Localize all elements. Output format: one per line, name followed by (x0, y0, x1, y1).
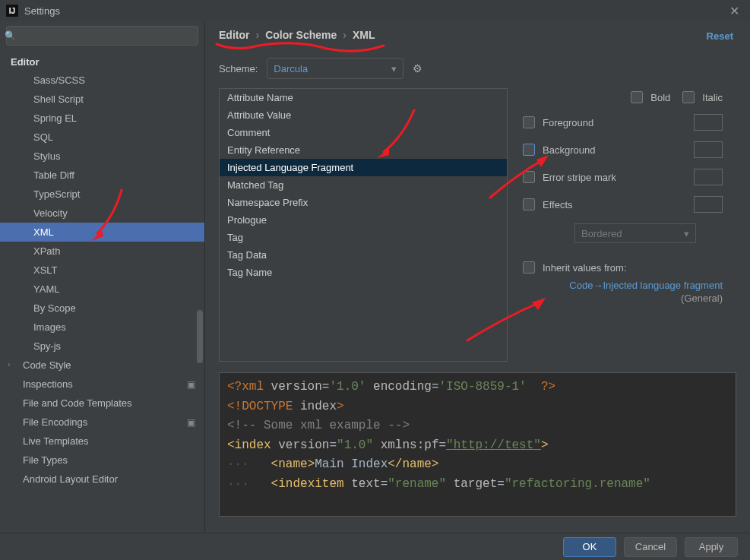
sidebar-item-label: Sass/SCSS (33, 74, 85, 86)
inherit-link[interactable]: Code→Injected language fragment (523, 280, 723, 291)
sidebar-item-label: Live Templates (23, 435, 88, 447)
settings-tree[interactable]: Editor Sass/SCSSShell ScriptSpring ELSQL… (0, 50, 204, 532)
background-swatch[interactable] (694, 141, 723, 158)
sidebar-item-file-encodings[interactable]: File Encodings▣ (0, 413, 204, 432)
sidebar-item-label: Stylus (33, 150, 60, 162)
sidebar-item-velocity[interactable]: Velocity (0, 204, 204, 223)
sidebar-item-typescript[interactable]: TypeScript (0, 185, 204, 204)
foreground-swatch[interactable] (694, 114, 723, 131)
sidebar-item-label: Android Layout Editor (23, 473, 118, 485)
background-checkbox[interactable] (523, 144, 535, 156)
sidebar-item-android-layout-editor[interactable]: Android Layout Editor (0, 470, 204, 489)
attribute-item[interactable]: Comment (220, 124, 507, 141)
attribute-list[interactable]: Attribute NameAttribute ValueCommentEnti… (219, 88, 508, 362)
chevron-right-icon: › (343, 29, 347, 41)
attribute-item[interactable]: Prologue (220, 211, 507, 229)
gear-icon[interactable]: ⚙ (413, 62, 422, 74)
project-settings-icon: ▣ (187, 379, 195, 390)
sidebar-item-live-templates[interactable]: Live Templates (0, 432, 204, 451)
effects-checkbox[interactable] (523, 198, 535, 210)
sidebar-item-label: Velocity (33, 207, 68, 219)
project-settings-icon: ▣ (187, 417, 195, 428)
chevron-right-icon: › (8, 360, 10, 369)
sidebar-item-label: Spy-js (33, 340, 61, 352)
attribute-item[interactable]: Entity Reference (220, 141, 507, 159)
effects-type-select[interactable]: Bordered ▾ (574, 223, 696, 243)
sidebar-item-stylus[interactable]: Stylus (0, 147, 204, 166)
sidebar-item-xslt[interactable]: XSLT (0, 261, 204, 280)
apply-button[interactable]: Apply (685, 537, 738, 557)
sidebar-item-label: File and Code Templates (23, 397, 132, 409)
attribute-item[interactable]: Tag (220, 229, 507, 246)
breadcrumb-xml[interactable]: XML (353, 29, 375, 41)
error-stripe-checkbox[interactable] (523, 171, 535, 183)
bold-label: Bold (650, 92, 670, 103)
sidebar-item-table-diff[interactable]: Table Diff (0, 166, 204, 185)
sidebar-item-label: XPath (33, 245, 60, 257)
chevron-down-icon: ▾ (391, 63, 397, 74)
sidebar: 🔍 Editor Sass/SCSSShell ScriptSpring ELS… (0, 21, 205, 532)
foreground-checkbox[interactable] (523, 116, 535, 128)
attribute-item[interactable]: Tag Data (220, 246, 507, 264)
sidebar-item-label: Shell Script (33, 93, 84, 105)
scheme-label: Scheme: (219, 63, 258, 74)
sidebar-item-sql[interactable]: SQL (0, 128, 204, 147)
chevron-right-icon: › (255, 29, 259, 41)
breadcrumb-color-scheme[interactable]: Color Scheme (265, 29, 337, 41)
titlebar: IJ Settings ✕ (0, 0, 750, 21)
effects-label: Effects (543, 199, 573, 210)
sidebar-item-file-and-code-templates[interactable]: File and Code Templates (0, 394, 204, 413)
cancel-button[interactable]: Cancel (624, 537, 677, 557)
sidebar-item-label: File Encodings (23, 416, 87, 428)
breadcrumb-editor[interactable]: Editor (219, 29, 249, 41)
scheme-select[interactable]: Darcula ▾ (267, 58, 403, 79)
bold-checkbox[interactable] (631, 91, 643, 103)
sidebar-item-sass-scss[interactable]: Sass/SCSS (0, 71, 204, 90)
sidebar-item-spring-el[interactable]: Spring EL (0, 109, 204, 128)
attribute-item[interactable]: Tag Name (220, 264, 507, 281)
attribute-item[interactable]: Namespace Prefix (220, 194, 507, 211)
inherit-sub: (General) (523, 293, 723, 304)
sidebar-item-xpath[interactable]: XPath (0, 242, 204, 261)
attribute-item[interactable]: Attribute Value (220, 106, 507, 124)
sidebar-item-label: Spring EL (33, 112, 77, 124)
sidebar-item-by-scope[interactable]: By Scope (0, 299, 204, 318)
sidebar-item-yaml[interactable]: YAML (0, 280, 204, 299)
close-icon[interactable]: ✕ (725, 4, 744, 18)
sidebar-item-shell-script[interactable]: Shell Script (0, 90, 204, 109)
search-input[interactable] (6, 26, 198, 46)
chevron-down-icon: ▾ (684, 228, 689, 239)
error-stripe-label: Error stripe mark (543, 172, 616, 183)
background-label: Background (543, 144, 595, 156)
sidebar-item-label: SQL (33, 131, 53, 143)
error-stripe-swatch[interactable] (694, 169, 723, 185)
attribute-item[interactable]: Injected Language Fragment (220, 159, 507, 176)
sidebar-item-label: Images (33, 321, 66, 333)
sidebar-item-label: YAML (33, 283, 59, 295)
scrollbar-thumb[interactable] (197, 310, 203, 363)
effects-swatch[interactable] (694, 196, 723, 213)
window-title: Settings (24, 5, 60, 17)
sidebar-item-code-style[interactable]: ›Code Style (0, 356, 204, 375)
attribute-item[interactable]: Matched Tag (220, 176, 507, 194)
inherit-checkbox[interactable] (523, 261, 535, 274)
sidebar-item-label: XML (33, 226, 54, 238)
sidebar-item-images[interactable]: Images (0, 318, 204, 337)
sidebar-item-label: XSLT (33, 264, 58, 276)
tree-heading-editor: Editor (0, 50, 204, 71)
sidebar-item-spy-js[interactable]: Spy-js (0, 337, 204, 356)
ok-button[interactable]: OK (563, 537, 616, 557)
code-preview: <?xml version='1.0' encoding='ISO-8859-1… (219, 372, 736, 517)
search-icon: 🔍 (5, 30, 16, 41)
reset-link[interactable]: Reset (707, 30, 733, 42)
breadcrumb: Editor › Color Scheme › XML (219, 29, 736, 44)
sidebar-item-inspections[interactable]: Inspections▣ (0, 375, 204, 394)
main-panel: Editor › Color Scheme › XML Reset Scheme… (205, 21, 750, 532)
sidebar-item-file-types[interactable]: File Types (0, 451, 204, 470)
attribute-item[interactable]: Attribute Name (220, 89, 507, 106)
sidebar-item-label: TypeScript (33, 188, 80, 200)
footer: OK Cancel Apply (0, 533, 750, 560)
sidebar-item-xml[interactable]: XML (0, 223, 204, 242)
italic-checkbox[interactable] (682, 91, 695, 103)
inherit-label: Inherit values from: (543, 262, 627, 274)
